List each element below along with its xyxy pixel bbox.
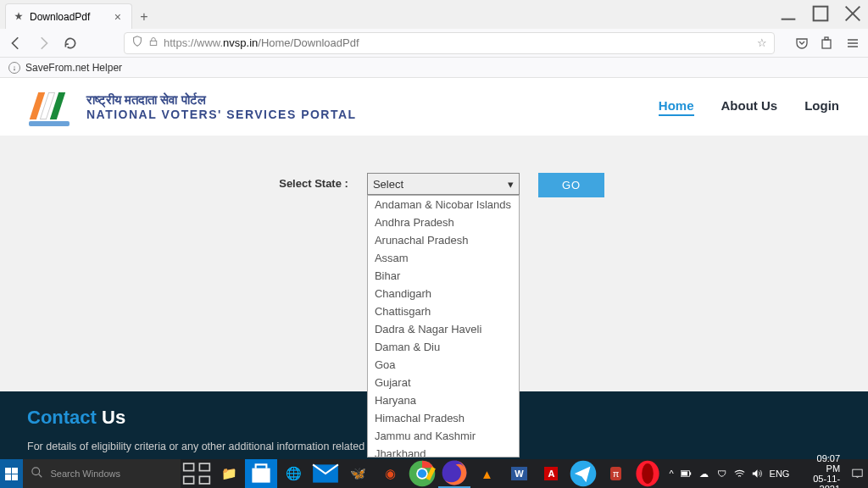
bookmarks-bar: ↓ SaveFrom.net Helper bbox=[0, 58, 868, 78]
state-dropdown-list[interactable]: Andaman & Nicobar IslandsAndhra PradeshA… bbox=[367, 195, 520, 458]
browser-toolbar: https://www.nvsp.in/Home/DownloadPdf ☆ bbox=[0, 29, 868, 58]
svg-line-11 bbox=[39, 474, 42, 478]
site-header: राष्ट्रीय मतदाता सेवा पोर्टल NATIONAL VO… bbox=[0, 78, 868, 136]
minimize-icon[interactable] bbox=[780, 5, 797, 22]
select-state-label: Select State : bbox=[264, 173, 348, 190]
state-option[interactable]: Himachal Pradesh bbox=[368, 409, 519, 427]
address-bar[interactable]: https://www.nvsp.in/Home/DownloadPdf ☆ bbox=[124, 32, 775, 54]
svg-rect-5 bbox=[822, 40, 831, 48]
adobe-icon[interactable]: A bbox=[535, 459, 567, 488]
bookmark-star-icon[interactable]: ☆ bbox=[757, 36, 767, 49]
shield-icon bbox=[131, 36, 143, 50]
lock-icon bbox=[148, 36, 159, 49]
vlc-icon[interactable]: ▲ bbox=[470, 459, 503, 488]
windows-taskbar: Search Windows 📁 🌐 🦋 ◉ ▲ W A π ^ ☁ 🛡 ENG… bbox=[0, 459, 868, 488]
browser-tab[interactable]: DownloadPdf × bbox=[5, 3, 132, 29]
page-content: राष्ट्रीय मतदाता सेवा पोर्टल NATIONAL VO… bbox=[0, 78, 868, 451]
state-option[interactable]: Andaman & Nicobar Islands bbox=[368, 196, 519, 214]
telegram-icon[interactable] bbox=[567, 459, 599, 488]
taskbar-clock[interactable]: 09:07 PM 05-11-2021 bbox=[796, 453, 845, 488]
opera-icon[interactable] bbox=[632, 459, 664, 488]
extension-icon[interactable] bbox=[821, 35, 834, 52]
brand-english: NATIONAL VOTERS' SERVICES PORTAL bbox=[86, 108, 357, 121]
language-indicator[interactable]: ENG bbox=[770, 469, 790, 479]
state-option[interactable]: Chattisgarh bbox=[368, 302, 519, 320]
menu-icon[interactable] bbox=[846, 35, 860, 52]
nav-login[interactable]: Login bbox=[804, 98, 839, 116]
msn-icon[interactable]: 🦋 bbox=[342, 459, 374, 488]
pocket-icon[interactable] bbox=[795, 35, 809, 52]
svg-rect-16 bbox=[253, 469, 270, 483]
svg-rect-1 bbox=[814, 7, 828, 21]
state-option[interactable]: Haryana bbox=[368, 391, 519, 409]
svg-point-20 bbox=[418, 469, 426, 478]
state-option[interactable]: Jharkhand bbox=[368, 445, 519, 458]
close-window-icon[interactable] bbox=[844, 5, 861, 22]
volume-icon[interactable] bbox=[752, 467, 763, 480]
nav-about[interactable]: About Us bbox=[721, 98, 778, 116]
store-icon[interactable] bbox=[245, 459, 277, 488]
state-option[interactable]: Goa bbox=[368, 356, 519, 374]
firefox-icon[interactable] bbox=[438, 459, 470, 488]
pi-icon[interactable]: π bbox=[599, 459, 632, 488]
svg-point-24 bbox=[643, 463, 654, 484]
search-icon bbox=[31, 467, 43, 480]
state-option[interactable]: Jammu and Kashmir bbox=[368, 427, 519, 445]
url-text: https://www.nvsp.in/Home/DownloadPdf bbox=[164, 36, 359, 49]
state-select[interactable]: Select ▾ bbox=[367, 173, 520, 195]
taskbar-search[interactable]: Search Windows bbox=[23, 459, 181, 488]
site-logo bbox=[29, 87, 76, 126]
brand-text: राष्ट्रीय मतदाता सेवा पोर्टल NATIONAL VO… bbox=[86, 92, 357, 121]
chevron-down-icon: ▾ bbox=[508, 178, 514, 191]
svg-rect-26 bbox=[689, 472, 691, 474]
windows-logo-icon bbox=[5, 468, 18, 480]
state-select-value: Select bbox=[373, 178, 403, 191]
new-tab-button[interactable]: + bbox=[132, 5, 156, 29]
battery-icon[interactable] bbox=[681, 467, 692, 480]
tab-title: DownloadPdf bbox=[30, 11, 111, 23]
cloud-icon[interactable]: ☁ bbox=[698, 467, 709, 480]
main-nav: Home About Us Login bbox=[659, 98, 839, 116]
mail-icon[interactable] bbox=[309, 459, 342, 488]
state-option[interactable]: Gujarat bbox=[368, 374, 519, 391]
go-button[interactable]: GO bbox=[538, 173, 604, 197]
maximize-icon[interactable] bbox=[812, 5, 829, 22]
notifications-icon[interactable] bbox=[852, 467, 863, 480]
state-option[interactable]: Assam bbox=[368, 249, 519, 267]
forward-button[interactable] bbox=[36, 36, 51, 51]
browser-tabs-bar: DownloadPdf × + bbox=[0, 0, 868, 29]
state-option[interactable]: Daman & Diu bbox=[368, 338, 519, 356]
office-icon[interactable]: ◉ bbox=[374, 459, 406, 488]
chrome-icon[interactable] bbox=[406, 459, 438, 488]
word-icon[interactable]: W bbox=[503, 459, 535, 488]
state-option[interactable]: Dadra & Nagar Haveli bbox=[368, 320, 519, 338]
nav-home[interactable]: Home bbox=[659, 98, 694, 116]
svg-rect-12 bbox=[184, 463, 194, 471]
state-select-form: Select State : Select ▾ Andaman & Nicoba… bbox=[0, 136, 868, 197]
state-option[interactable]: Bihar bbox=[368, 267, 519, 285]
system-tray: ^ ☁ 🛡 ENG 09:07 PM 05-11-2021 bbox=[664, 453, 868, 488]
state-option[interactable]: Chandigarh bbox=[368, 285, 519, 302]
svg-rect-27 bbox=[681, 472, 687, 476]
svg-rect-6 bbox=[825, 37, 828, 40]
svg-rect-28 bbox=[853, 469, 862, 476]
start-button[interactable] bbox=[0, 459, 23, 488]
reload-button[interactable] bbox=[63, 36, 78, 51]
svg-point-10 bbox=[32, 468, 40, 475]
search-placeholder: Search Windows bbox=[50, 469, 120, 479]
bookmark-savefrom[interactable]: SaveFrom.net Helper bbox=[25, 62, 122, 74]
defender-icon[interactable]: 🛡 bbox=[716, 467, 727, 480]
state-option[interactable]: Andhra Pradesh bbox=[368, 214, 519, 231]
svg-rect-4 bbox=[150, 41, 157, 45]
back-button[interactable] bbox=[8, 36, 24, 51]
close-tab-icon[interactable]: × bbox=[111, 10, 125, 24]
edge-icon[interactable]: 🌐 bbox=[277, 459, 309, 488]
svg-rect-14 bbox=[184, 476, 194, 484]
tray-expand-icon[interactable]: ^ bbox=[669, 469, 673, 479]
svg-rect-15 bbox=[200, 476, 210, 484]
explorer-icon[interactable]: 📁 bbox=[213, 459, 245, 488]
wifi-icon[interactable] bbox=[734, 467, 745, 480]
task-view-icon[interactable] bbox=[181, 459, 213, 488]
taskbar-apps: 📁 🌐 🦋 ◉ ▲ W A π bbox=[181, 459, 664, 488]
state-option[interactable]: Arunachal Pradesh bbox=[368, 231, 519, 249]
